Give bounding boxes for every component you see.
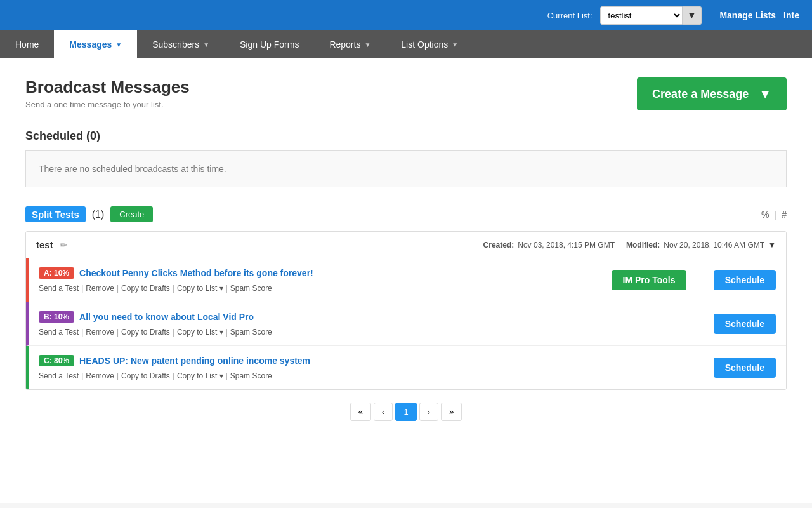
page-subtitle: Send a one time message to your list.	[25, 100, 190, 109]
nav-item-messages[interactable]: Messages ▼	[54, 30, 137, 58]
remove-link-b[interactable]: Remove	[86, 328, 114, 337]
variant-actions-c: Send a Test | Remove | Copy to Drafts | …	[39, 371, 598, 380]
split-tests-label: Split Tests	[25, 206, 86, 222]
variant-right-a: Schedule	[700, 270, 776, 290]
reports-caret: ▼	[364, 41, 370, 48]
nav-label-home: Home	[15, 39, 39, 50]
spam-score-link-a[interactable]: Spam Score	[230, 284, 272, 293]
variant-subject-c[interactable]: HEADS UP: New patent pending online inco…	[79, 356, 310, 366]
hash-view-icon[interactable]: #	[782, 210, 787, 220]
page-title: Broadcast Messages	[25, 77, 190, 97]
remove-link-a[interactable]: Remove	[86, 284, 114, 293]
variant-row-c: C: 80% HEADS UP: New patent pending onli…	[26, 346, 786, 389]
variant-right-c: Schedule	[700, 358, 776, 378]
scheduled-empty-box: There are no scheduled broadcasts at thi…	[25, 150, 787, 187]
created-label: Created:	[483, 241, 514, 250]
list-select-arrow[interactable]: ▼	[683, 6, 702, 25]
copy-to-drafts-link-a[interactable]: Copy to Drafts	[121, 284, 170, 293]
page-header: Broadcast Messages Send a one time messa…	[25, 77, 787, 110]
page-last-button[interactable]: »	[441, 403, 462, 421]
copy-to-drafts-link-c[interactable]: Copy to Drafts	[121, 371, 170, 380]
current-list-label: Current List:	[547, 11, 593, 20]
spam-score-link-b[interactable]: Spam Score	[230, 328, 272, 337]
nav-label-reports: Reports	[329, 39, 360, 50]
list-select-wrapper: testlist ▼	[600, 6, 702, 25]
variant-left-b: B: 10% All you need to know about Local …	[39, 311, 598, 337]
test-card: test ✏ Created: Nov 03, 2018, 4:15 PM GM…	[25, 231, 787, 390]
variant-left-c: C: 80% HEADS UP: New patent pending onli…	[39, 355, 598, 380]
nav-item-home[interactable]: Home	[0, 30, 54, 58]
current-list-select[interactable]: testlist	[600, 6, 683, 25]
remove-link-c[interactable]: Remove	[86, 371, 114, 380]
page-next-button[interactable]: ›	[419, 403, 438, 421]
nav-item-reports[interactable]: Reports ▼	[314, 30, 386, 58]
create-message-caret: ▼	[759, 87, 771, 102]
page-prev-button[interactable]: ‹	[374, 403, 393, 421]
send-test-link-c[interactable]: Send a Test	[39, 371, 79, 380]
created-value: Nov 03, 2018, 4:15 PM GMT	[518, 241, 615, 250]
create-message-label: Create a Message	[652, 88, 749, 101]
nav-label-signup-forms: Sign Up Forms	[240, 39, 299, 50]
variant-badge-b: B: 10%	[39, 311, 74, 323]
integration-button[interactable]: Inte	[783, 10, 799, 20]
im-pro-tools-button[interactable]: IM Pro Tools	[612, 270, 687, 290]
main-content: Broadcast Messages Send a one time messa…	[0, 58, 812, 503]
variant-actions-b: Send a Test | Remove | Copy to Drafts | …	[39, 328, 598, 337]
split-tests-count: (1)	[92, 209, 105, 220]
send-test-link-a[interactable]: Send a Test	[39, 284, 79, 293]
list-options-caret: ▼	[452, 41, 458, 48]
top-bar: Current List: testlist ▼ Manage Lists In…	[0, 0, 812, 30]
messages-caret: ▼	[115, 41, 122, 48]
test-card-meta: Created: Nov 03, 2018, 4:15 PM GMT Modif…	[483, 241, 776, 250]
test-name: test	[36, 239, 53, 250]
page-first-button[interactable]: «	[350, 403, 371, 421]
variant-right-b: Schedule	[700, 314, 776, 334]
nav-label-subscribers: Subscribers	[152, 39, 199, 50]
split-tests-header: Split Tests (1) Create % | #	[25, 206, 787, 222]
icon-divider: |	[775, 210, 777, 220]
variant-title-row-b: B: 10% All you need to know about Local …	[39, 311, 598, 323]
nav-item-list-options[interactable]: List Options ▼	[386, 30, 473, 58]
variant-badge-a: A: 10%	[39, 267, 74, 279]
scheduled-section-header: Scheduled (0)	[25, 130, 787, 143]
modified-label: Modified:	[626, 241, 660, 250]
variant-center-a: IM Pro Tools	[598, 270, 700, 290]
variant-left-a: A: 10% Checkout Penny Clicks Method befo…	[39, 267, 598, 293]
variant-subject-b[interactable]: All you need to know about Local Vid Pro	[79, 312, 254, 322]
spam-score-link-c[interactable]: Spam Score	[230, 371, 272, 380]
expand-card-icon[interactable]: ▼	[768, 241, 776, 250]
nav-item-signup-forms[interactable]: Sign Up Forms	[225, 30, 314, 58]
nav-item-subscribers[interactable]: Subscribers ▼	[137, 30, 225, 58]
modified-value: Nov 20, 2018, 10:46 AM GMT	[664, 241, 764, 250]
variant-actions-a: Send a Test | Remove | Copy to Drafts | …	[39, 284, 598, 293]
edit-test-icon[interactable]: ✏	[60, 240, 67, 250]
create-message-button[interactable]: Create a Message ▼	[637, 77, 787, 110]
scheduled-empty-message: There are no scheduled broadcasts at thi…	[39, 164, 226, 174]
send-test-link-b[interactable]: Send a Test	[39, 328, 79, 337]
page-heading: Broadcast Messages Send a one time messa…	[25, 77, 190, 109]
schedule-button-a[interactable]: Schedule	[714, 270, 776, 290]
schedule-button-c[interactable]: Schedule	[714, 358, 776, 378]
variant-title-row-a: A: 10% Checkout Penny Clicks Method befo…	[39, 267, 598, 279]
nav-label-list-options: List Options	[401, 39, 448, 50]
page-1-button[interactable]: 1	[395, 403, 416, 421]
variant-title-row-c: C: 80% HEADS UP: New patent pending onli…	[39, 355, 598, 366]
split-tests-create-button[interactable]: Create	[110, 206, 153, 222]
copy-to-drafts-link-b[interactable]: Copy to Drafts	[121, 328, 170, 337]
percent-view-icon[interactable]: %	[761, 210, 769, 220]
schedule-button-b[interactable]: Schedule	[714, 314, 776, 334]
variant-badge-c: C: 80%	[39, 355, 74, 366]
copy-to-list-btn-c[interactable]: Copy to List ▾	[177, 371, 223, 380]
subscribers-caret: ▼	[203, 41, 209, 48]
split-tests-view-icons: % | #	[761, 210, 787, 220]
variant-row-b: B: 10% All you need to know about Local …	[26, 302, 786, 346]
nav-label-messages: Messages	[69, 39, 112, 50]
manage-lists-button[interactable]: Manage Lists	[719, 10, 776, 20]
variant-subject-a[interactable]: Checkout Penny Clicks Method before its …	[79, 268, 313, 278]
copy-to-list-btn-b[interactable]: Copy to List ▾	[177, 328, 223, 337]
test-card-header: test ✏ Created: Nov 03, 2018, 4:15 PM GM…	[26, 232, 786, 258]
copy-to-list-btn-a[interactable]: Copy to List ▾	[177, 284, 223, 293]
pagination: « ‹ 1 › »	[25, 403, 787, 421]
nav-bar: Home Messages ▼ Subscribers ▼ Sign Up Fo…	[0, 30, 812, 58]
variant-row-a: A: 10% Checkout Penny Clicks Method befo…	[26, 258, 786, 302]
